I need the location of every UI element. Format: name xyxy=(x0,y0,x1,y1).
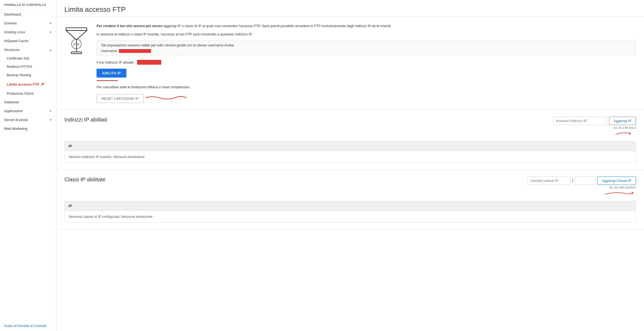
username-row: Username: xyxy=(101,49,632,53)
sidebar-item-database[interactable]: Database xyxy=(0,98,56,106)
ftp-icon: FTP xyxy=(64,23,89,55)
sidebar-item-dashboard[interactable]: Dashboard xyxy=(0,10,56,19)
svg-marker-1 xyxy=(66,31,87,40)
sidebar-item-sicurezza[interactable]: Sicurezza ▲ xyxy=(0,45,56,54)
page-title: Limita accesso FTP xyxy=(56,0,644,17)
classi-arrow-decoration xyxy=(604,190,636,196)
sidebar-item-servizi-di-posta[interactable]: Servizi di posta ▼ xyxy=(0,115,56,124)
sidebar-subitem-certificato-ssl[interactable]: Certificato SSL xyxy=(0,54,56,62)
classi-ip-title: Classi IP abilitate xyxy=(64,176,105,183)
sidebar-footer: Guida al Pannello di Controllo xyxy=(0,320,56,331)
ip-example: Es: 62.149.101.0 xyxy=(614,126,636,129)
classi-input-area: / Aggiungi Classe IP Es: 62.149.129.0/24 xyxy=(528,176,636,196)
ip-table-empty: Nessun inidirizzo IP inserito. Nessuna l… xyxy=(64,151,636,163)
classi-table-empty: Nessuna classe di IP configurata. Nessun… xyxy=(64,211,636,223)
sidebar-subitem-backup-hosting[interactable]: Backup Hosting xyxy=(0,71,56,79)
sidebar-subitem-protezione-ddos[interactable]: Protezione DDoS xyxy=(0,89,56,98)
info-text: Per rendere il tuo sito ancora più sicur… xyxy=(97,23,636,29)
active-arrow-icon: ↗ xyxy=(40,81,44,87)
scribble-decoration xyxy=(145,94,187,100)
abilita-ip-button[interactable]: ABILITA IP xyxy=(97,69,126,78)
ip-section-header: Indirizzi IP abilitati Aggiungi IP Es: 6… xyxy=(64,117,636,136)
ip-abilitati-title: Indirizzi IP abilitati xyxy=(64,117,107,123)
username-box: Tali impostazioni saranno valide per tut… xyxy=(97,40,636,56)
classi-example: Es: 62.149.129.0/24 xyxy=(610,186,636,189)
chevron-up-icon: ▲ xyxy=(49,48,52,52)
ip-abilitati-section: Indirizzi IP abilitati Aggiungi IP Es: 6… xyxy=(56,110,644,170)
ip-address-input[interactable] xyxy=(553,117,607,125)
reset-text: Per cancellare tutte le limitazioni effe… xyxy=(97,85,636,89)
ip-value xyxy=(137,60,161,65)
chevron-down-icon: ▼ xyxy=(49,109,52,113)
reset-button[interactable]: RESET LIMITAZIONI IP xyxy=(97,94,144,103)
ip-row: Il tuo indirizzo IP attuale: xyxy=(97,60,636,65)
sidebar-item-applicazioni[interactable]: Applicazioni ▼ xyxy=(0,106,56,115)
ftp-info-section: FTP Per rendere il tuo sito ancora più s… xyxy=(56,17,644,110)
ip-table-header: IP xyxy=(64,141,636,151)
ip-input-area: Aggiungi IP Es: 62.149.101.0 xyxy=(553,117,636,136)
sidebar-item-dominio[interactable]: Dominio ▼ xyxy=(0,19,56,28)
svg-rect-0 xyxy=(66,28,87,30)
arrow-decoration xyxy=(614,130,636,136)
sidebar-subitem-redirect-https[interactable]: Redirect HTTPS xyxy=(0,62,56,71)
sidebar: PANNELLO DI CONTROLLO Dashboard Dominio … xyxy=(0,0,56,331)
sidebar-header: PANNELLO DI CONTROLLO xyxy=(0,0,56,10)
divider-red xyxy=(97,80,118,81)
ip-input-row: Aggiungi IP xyxy=(553,117,636,125)
username-value xyxy=(119,49,151,53)
classi-ip-input[interactable] xyxy=(528,176,571,185)
guide-link[interactable]: Guida al Pannello di Controllo xyxy=(4,324,47,328)
svg-text:FTP: FTP xyxy=(73,43,79,46)
sidebar-item-hispeed-cache[interactable]: HiSpeed Cache xyxy=(0,36,56,45)
svg-rect-3 xyxy=(71,52,82,53)
classi-mask-input[interactable] xyxy=(575,176,596,185)
sidebar-subitem-limita-accesso-ftp[interactable]: Limita accesso FTP ↗ xyxy=(0,79,56,89)
aggiungi-classe-button[interactable]: Aggiungi Classe IP xyxy=(597,176,636,185)
classi-table-header: IP xyxy=(64,201,636,211)
info-text2: In assenza di indirizzi o classi IP inse… xyxy=(97,32,636,36)
sidebar-item-hosting-linux[interactable]: Hosting Linux ▼ xyxy=(0,28,56,36)
info-area: Per rendere il tuo sito ancora più sicur… xyxy=(97,23,636,103)
aggiungi-ip-button[interactable]: Aggiungi IP xyxy=(609,117,636,125)
classi-input-row: / Aggiungi Classe IP xyxy=(528,176,636,185)
chevron-down-icon: ▼ xyxy=(49,118,52,122)
main-content: Limita accesso FTP FTP Per rendere il tu… xyxy=(56,0,644,331)
sidebar-item-web-marketing[interactable]: Web Marketing xyxy=(0,124,56,133)
classi-ip-section: Classi IP abilitate / Aggiungi Classe IP… xyxy=(56,170,644,230)
username-notice: Tali impostazioni saranno valide per tut… xyxy=(101,43,632,47)
classi-section-header: Classi IP abilitate / Aggiungi Classe IP… xyxy=(64,176,636,196)
slash-separator: / xyxy=(572,178,574,183)
chevron-down-icon: ▼ xyxy=(49,22,52,25)
chevron-down-icon: ▼ xyxy=(49,31,52,34)
